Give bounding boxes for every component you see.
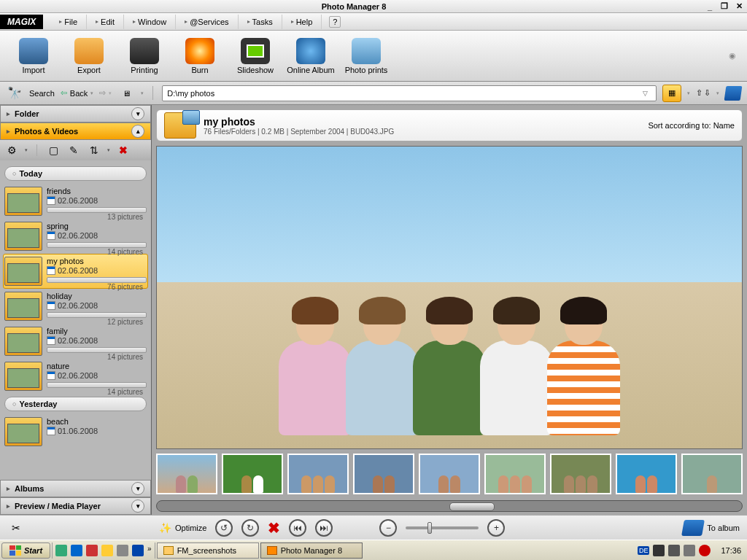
folder-item-my-photos[interactable]: my photos 02.06.2008 76 pictures <box>3 254 148 289</box>
zoom-slider[interactable] <box>406 526 479 529</box>
tray-icon[interactable] <box>653 545 665 556</box>
quick-launch: » <box>52 542 155 559</box>
thumbnail[interactable] <box>550 454 611 494</box>
gear-icon[interactable]: ⚙ <box>4 143 19 158</box>
import-button[interactable]: Import <box>6 34 61 79</box>
quicklaunch-icon[interactable] <box>132 545 144 556</box>
thumbnail[interactable] <box>484 454 546 494</box>
thumbnail[interactable] <box>222 454 283 494</box>
thumbnail[interactable] <box>287 454 349 494</box>
camera-icon <box>19 38 48 64</box>
accordion-albums[interactable]: ▸Albums▾ <box>0 480 151 497</box>
system-tray: DE <box>633 545 716 556</box>
tray-icon[interactable] <box>699 545 711 556</box>
search-label[interactable]: Search <box>29 89 55 98</box>
brand-logo: MAGIX <box>0 15 43 29</box>
rotate-right-button[interactable]: ↻ <box>241 519 259 537</box>
taskbar-clock[interactable]: 17:36 <box>716 546 746 555</box>
group-yesterday[interactable]: Yesterday <box>4 397 147 411</box>
photo-prints-button[interactable]: Photo prints <box>338 34 394 79</box>
folder-item-beach[interactable]: beach 01.06.2008 <box>3 414 148 449</box>
menu-window[interactable]: ▸Window <box>124 15 176 29</box>
quicklaunch-icon[interactable] <box>101 545 113 556</box>
sort-icon[interactable]: ⇅ <box>87 143 101 158</box>
to-album-button[interactable]: To album <box>683 520 740 536</box>
folder-thumb-icon <box>4 187 42 216</box>
next-button[interactable]: ⏭ <box>315 519 333 537</box>
export-button[interactable]: Export <box>61 34 117 79</box>
menu-help[interactable]: ▸Help <box>282 15 322 29</box>
rotate-left-button[interactable]: ↺ <box>215 519 233 537</box>
refresh-icon[interactable]: ◉ <box>724 48 741 64</box>
help-bubble-icon[interactable]: ? <box>329 16 341 28</box>
path-input[interactable] <box>167 89 638 98</box>
thumbnail[interactable] <box>419 454 480 494</box>
quicklaunch-icon[interactable] <box>86 545 98 556</box>
new-icon[interactable]: ▢ <box>46 143 61 158</box>
image-preview[interactable] <box>156 146 743 449</box>
taskbar-item-screenshots[interactable]: FM_screenshots <box>157 542 259 559</box>
online-album-button[interactable]: Online Album <box>283 34 338 79</box>
optimize-button[interactable]: ✨Optimize <box>159 522 206 534</box>
thumbnail[interactable] <box>681 454 743 494</box>
close-button[interactable]: ✕ <box>734 1 744 12</box>
horizontal-scrollbar[interactable] <box>156 500 743 512</box>
globe-icon <box>296 38 325 64</box>
accordion-folder[interactable]: ▸Folder▾ <box>0 105 151 122</box>
thumbnail[interactable] <box>353 454 414 494</box>
content-subtitle: 76 Files/Folders | 0.2 MB | September 20… <box>204 128 394 136</box>
delete-photo-button[interactable]: ✖ <box>268 519 280 537</box>
quicklaunch-icon[interactable] <box>71 545 82 556</box>
sort-up-icon: ⇧ <box>696 88 703 98</box>
folder-list[interactable]: Today friends 02.06.2008 13 pictures spr… <box>0 160 151 480</box>
delete-icon[interactable]: ✖ <box>116 143 131 158</box>
edit-icon[interactable]: ✎ <box>66 143 81 158</box>
calendar-icon <box>47 336 55 345</box>
slideshow-button[interactable]: Slideshow <box>228 34 283 79</box>
tray-icon[interactable] <box>668 545 680 556</box>
menu-tasks[interactable]: ▸Tasks <box>239 15 282 29</box>
zoom-out-button[interactable]: − <box>379 519 397 537</box>
zoom-in-button[interactable]: + <box>487 519 505 537</box>
windows-taskbar: Start » FM_screenshots Photo Manager 8 D… <box>0 540 747 560</box>
zoom-handle[interactable] <box>427 522 432 534</box>
title-bar: Photo Manager 8 _ ❐ ✕ <box>0 0 747 13</box>
accordion-photos-videos[interactable]: ▸Photos & Videos▴ <box>0 122 151 140</box>
menu-edit[interactable]: ▸Edit <box>87 15 124 29</box>
binoculars-icon[interactable]: 🔭 <box>6 85 23 101</box>
sort-button[interactable]: ⇧⇩ <box>696 88 711 98</box>
menu-file[interactable]: ▸File <box>50 15 87 29</box>
folder-item-friends[interactable]: friends 02.06.2008 13 pictures <box>3 184 148 219</box>
forward-button[interactable]: ⇨▾ <box>99 88 112 98</box>
minimize-button[interactable]: _ <box>705 1 715 12</box>
collapse-icon: ▾ <box>131 482 144 495</box>
printing-button[interactable]: Printing <box>117 34 172 79</box>
thumbnail-view-button[interactable]: ▦ <box>662 85 681 102</box>
tray-icon[interactable] <box>684 545 695 556</box>
folder-item-family[interactable]: family 02.06.2008 14 pictures <box>3 324 148 359</box>
folder-item-nature[interactable]: nature 02.06.2008 14 pictures <box>3 359 148 394</box>
sort-label[interactable]: Sort according to: Name <box>648 121 735 130</box>
previous-button[interactable]: ⏮ <box>289 519 306 537</box>
quicklaunch-icon[interactable] <box>117 545 128 556</box>
folder-icon <box>164 112 196 139</box>
back-button[interactable]: ⇦Back▾ <box>61 88 93 98</box>
folder-item-holiday[interactable]: holiday 02.06.2008 12 pictures <box>3 289 148 324</box>
burn-button[interactable]: Burn <box>172 34 228 79</box>
folder-item-spring[interactable]: spring 02.06.2008 14 pictures <box>3 219 148 254</box>
taskbar-item-photo-manager[interactable]: Photo Manager 8 <box>260 542 363 559</box>
accordion-preview-player[interactable]: ▸Preview / Media Player▾ <box>0 497 151 515</box>
quicklaunch-icon[interactable] <box>55 545 67 556</box>
group-today[interactable]: Today <box>4 166 147 181</box>
maximize-button[interactable]: ❐ <box>719 1 729 12</box>
language-indicator[interactable]: DE <box>638 546 650 555</box>
thumbnail[interactable] <box>616 454 677 494</box>
album-icon[interactable] <box>724 86 743 101</box>
tool-icon[interactable]: ✂ <box>7 520 25 536</box>
start-button[interactable]: Start <box>1 542 50 559</box>
quicklaunch-more-icon[interactable]: » <box>147 545 152 556</box>
path-dropdown-icon[interactable]: ▽ <box>638 90 651 97</box>
monitor-icon[interactable]: 🖥 <box>117 85 135 101</box>
thumbnail[interactable] <box>156 454 217 494</box>
menu-services[interactable]: ▸@Services <box>176 15 238 29</box>
